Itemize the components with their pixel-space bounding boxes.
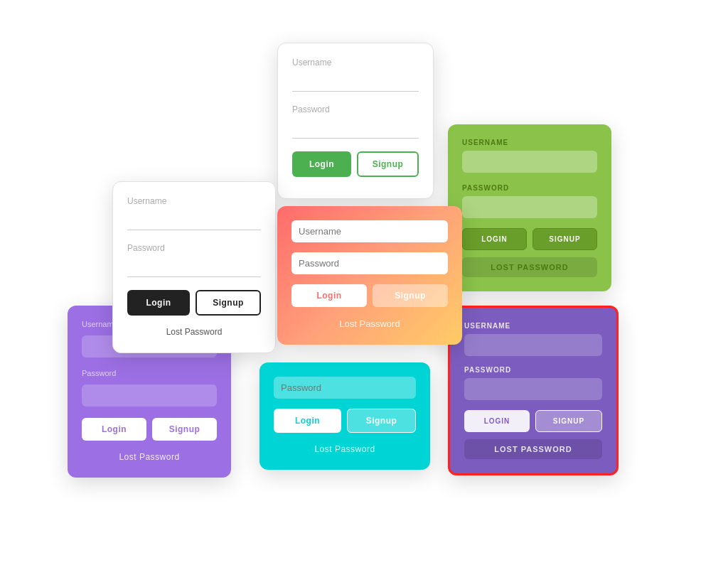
lost-password-link[interactable]: Lost Password <box>291 314 448 330</box>
username-label: USERNAME <box>462 139 597 146</box>
password-input[interactable] <box>462 196 597 218</box>
button-row: Login Signup <box>127 290 261 316</box>
signup-button[interactable]: Signup <box>196 290 261 316</box>
card-coral: Login Signup Lost Password <box>277 206 462 345</box>
card-white-top: Username Password Login Signup <box>277 43 434 199</box>
button-row: LOGIN SIGNUP <box>464 410 602 432</box>
username-input[interactable] <box>462 151 597 173</box>
card-green: USERNAME PASSWORD LOGIN SIGNUP LOST PASS… <box>448 124 611 291</box>
signup-button[interactable]: SIGNUP <box>532 228 597 250</box>
password-input[interactable] <box>127 260 261 277</box>
lost-password-link[interactable]: Lost Password <box>82 448 217 463</box>
password-placeholder: Password <box>292 104 419 114</box>
login-button[interactable]: LOGIN <box>462 228 527 250</box>
signup-button[interactable]: Signup <box>357 151 419 177</box>
password-input[interactable] <box>274 377 416 399</box>
card-white-black: Username Password Login Signup Lost Pass… <box>112 181 276 353</box>
password-input[interactable] <box>82 384 217 407</box>
button-row: LOGIN SIGNUP <box>462 228 597 250</box>
password-placeholder: Password <box>82 369 217 377</box>
password-label: PASSWORD <box>464 366 602 374</box>
username-placeholder: Username <box>292 58 419 68</box>
signup-button[interactable]: Signup <box>347 409 416 433</box>
card-cyan: Login Signup Lost Password <box>259 362 430 470</box>
signup-button[interactable]: Signup <box>152 418 217 441</box>
password-input[interactable] <box>292 122 419 139</box>
lost-password-link[interactable]: Lost Password <box>274 440 416 456</box>
button-row: Login Signup <box>291 284 448 307</box>
login-button[interactable]: Login <box>274 409 341 433</box>
password-label: PASSWORD <box>462 184 597 192</box>
button-row: Login Signup <box>292 151 419 177</box>
login-button[interactable]: Login <box>127 290 190 316</box>
username-input[interactable] <box>291 220 448 242</box>
button-row: Login Signup <box>82 418 217 441</box>
password-placeholder: Password <box>127 243 261 253</box>
username-input[interactable] <box>464 334 602 356</box>
lost-password-link[interactable]: LOST PASSWORD <box>464 439 602 459</box>
signup-button[interactable]: Signup <box>373 284 448 307</box>
login-button[interactable]: LOGIN <box>464 410 530 432</box>
login-button[interactable]: Login <box>291 284 367 307</box>
username-placeholder: Username <box>127 196 261 206</box>
lost-password-link[interactable]: LOST PASSWORD <box>462 257 597 277</box>
button-row: Login Signup <box>274 409 416 433</box>
signup-button[interactable]: SIGNUP <box>535 410 602 432</box>
username-input[interactable] <box>127 213 261 230</box>
card-violet: USERNAME PASSWORD LOGIN SIGNUP LOST PASS… <box>448 306 619 475</box>
password-input[interactable] <box>291 252 448 274</box>
login-button[interactable]: Login <box>292 151 351 177</box>
username-input[interactable] <box>292 75 419 92</box>
lost-password-link[interactable]: Lost Password <box>127 323 261 338</box>
username-label: USERNAME <box>464 322 602 330</box>
password-input[interactable] <box>464 378 602 400</box>
login-button[interactable]: Login <box>82 418 146 441</box>
